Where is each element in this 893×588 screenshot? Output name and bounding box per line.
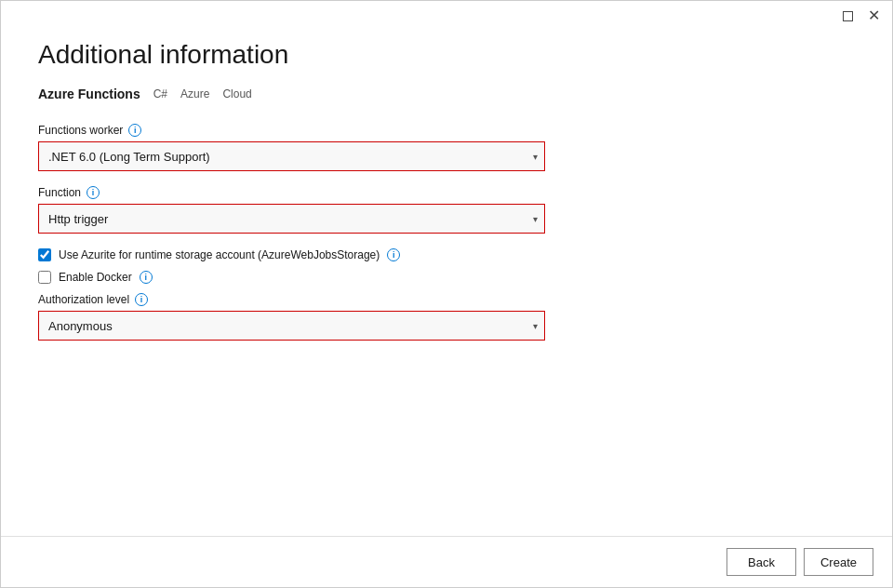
functions-worker-group: Functions worker i .NET 6.0 (Long Term S… [38, 124, 855, 171]
function-select-wrapper: Http trigger Timer trigger Queue trigger… [38, 204, 545, 234]
title-bar: ✕ [1, 1, 892, 31]
back-button[interactable]: Back [726, 548, 796, 576]
enable-docker-label[interactable]: Enable Docker [59, 271, 132, 284]
subtitle-main: Azure Functions [38, 87, 140, 101]
use-azurite-info-icon[interactable]: i [387, 248, 400, 261]
authorization-level-select[interactable]: Anonymous Function Admin [38, 311, 545, 341]
function-label: Function i [38, 186, 855, 199]
subtitle-tag-azure: Azure [180, 87, 209, 100]
function-group: Function i Http trigger Timer trigger Qu… [38, 186, 855, 234]
function-select[interactable]: Http trigger Timer trigger Queue trigger [38, 204, 545, 234]
close-icon: ✕ [868, 8, 880, 23]
dialog-footer: Back Create [1, 536, 892, 587]
authorization-level-label: Authorization level i [38, 293, 855, 306]
subtitle-row: Azure Functions C# Azure Cloud [38, 87, 855, 101]
functions-worker-label: Functions worker i [38, 124, 855, 137]
authorization-level-info-icon[interactable]: i [135, 293, 148, 306]
subtitle-tag-cloud: Cloud [222, 87, 251, 100]
authorization-level-select-wrapper: Anonymous Function Admin ▾ [38, 311, 545, 341]
create-button[interactable]: Create [804, 548, 873, 576]
enable-docker-info-icon[interactable]: i [140, 271, 153, 284]
close-button[interactable]: ✕ [866, 8, 881, 23]
use-azurite-label[interactable]: Use Azurite for runtime storage account … [59, 248, 380, 261]
functions-worker-label-text: Functions worker [38, 124, 123, 137]
function-label-text: Function [38, 186, 81, 199]
enable-docker-row: Enable Docker i [38, 271, 855, 284]
authorization-level-group: Authorization level i Anonymous Function… [38, 293, 855, 341]
dialog-content: Additional information Azure Functions C… [1, 31, 892, 536]
functions-worker-select[interactable]: .NET 6.0 (Long Term Support) .NET 7.0 .N… [38, 141, 545, 171]
maximize-icon [843, 11, 853, 21]
authorization-level-label-text: Authorization level [38, 293, 129, 306]
dialog-window: ✕ Additional information Azure Functions… [0, 0, 893, 588]
maximize-button[interactable] [840, 8, 855, 23]
functions-worker-select-wrapper: .NET 6.0 (Long Term Support) .NET 7.0 .N… [38, 141, 545, 171]
function-info-icon[interactable]: i [87, 186, 100, 199]
enable-docker-checkbox[interactable] [38, 271, 51, 284]
use-azurite-row: Use Azurite for runtime storage account … [38, 248, 855, 261]
use-azurite-checkbox[interactable] [38, 248, 51, 261]
functions-worker-info-icon[interactable]: i [128, 124, 141, 137]
page-title: Additional information [38, 40, 855, 70]
subtitle-tag-csharp: C# [153, 87, 167, 100]
